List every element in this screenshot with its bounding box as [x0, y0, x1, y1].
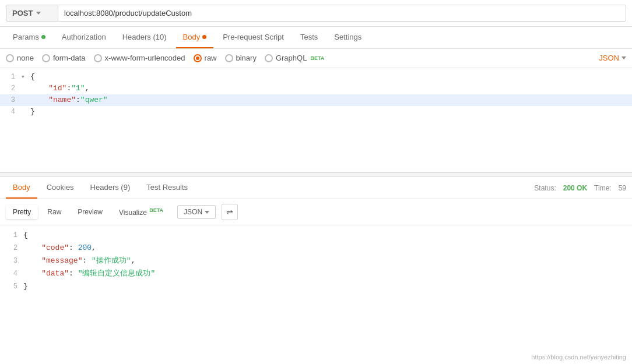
resp-line-number: 3 [0, 255, 23, 267]
radio-raw [194, 54, 202, 62]
resp-tab-headers[interactable]: Headers (9) [83, 177, 138, 199]
response-status-info: Status: 200 OK Time: 59 [534, 184, 626, 192]
time-value: 59 [619, 184, 626, 192]
request-tabs: Params Authorization Headers (10) Body P… [0, 27, 632, 49]
tab-body[interactable]: Body [176, 27, 214, 48]
tab-pre-request[interactable]: Pre-request Script [216, 27, 291, 48]
json-dropdown-chevron [622, 56, 626, 59]
view-raw-button[interactable]: Raw [40, 205, 68, 219]
view-pretty-button[interactable]: Pretty [6, 205, 38, 219]
json-type-dropdown[interactable]: JSON [599, 54, 626, 62]
request-body-editor[interactable]: 1▾{2 "id":"1",3 "name":"qwer"4} [0, 68, 632, 172]
resp-code-line: 2 "code": 200, [0, 242, 632, 255]
body-dot [202, 35, 206, 39]
resp-tab-body[interactable]: Body [6, 177, 37, 199]
tests-label: Tests [300, 33, 318, 41]
resp-body-label: Body [13, 183, 30, 192]
resp-line-content: "code": 200, [23, 242, 96, 255]
headers-label: Headers (10) [122, 33, 167, 41]
none-label: none [17, 54, 34, 62]
response-view-bar: Pretty Raw Preview Visualize BETA JSON ⇌ [0, 199, 632, 225]
settings-label: Settings [334, 33, 361, 41]
resp-code-line: 5} [0, 280, 632, 293]
line-number: 1 [0, 71, 21, 83]
section-divider [0, 172, 632, 177]
body-type-none[interactable]: none [6, 54, 34, 62]
resp-line-number: 4 [0, 267, 23, 280]
line-content: } [30, 106, 35, 118]
resp-cookies-label: Cookies [47, 183, 74, 192]
resp-line-content: "data": "编辑自定义信息成功" [23, 267, 155, 280]
view-preview-button[interactable]: Preview [71, 205, 110, 219]
body-type-urlencoded[interactable]: x-www-form-urlencoded [94, 54, 185, 62]
radio-binary [225, 54, 233, 62]
urlencoded-label: x-www-form-urlencoded [105, 54, 185, 62]
status-value: 200 OK [563, 184, 587, 192]
tab-authorization[interactable]: Authorization [55, 27, 113, 48]
params-label: Params [13, 33, 39, 41]
time-label: Time: [594, 184, 612, 192]
code-line: 1▾{ [0, 71, 632, 83]
body-type-graphql[interactable]: GraphQL BETA [265, 54, 324, 62]
line-number: 4 [0, 106, 21, 118]
resp-code-line: 1{ [0, 229, 632, 242]
response-header: Body Cookies Headers (9) Test Results St… [0, 177, 632, 199]
line-toggle [21, 83, 30, 94]
tab-tests[interactable]: Tests [293, 27, 325, 48]
line-toggle [21, 106, 30, 118]
resp-headers-label: Headers (9) [90, 183, 131, 192]
code-line: 4} [0, 106, 632, 118]
method-select[interactable]: POST [6, 5, 58, 22]
body-label: Body [183, 33, 201, 41]
wrap-icon[interactable]: ⇌ [222, 204, 238, 220]
line-toggle[interactable]: ▾ [21, 71, 30, 83]
body-type-form-data[interactable]: form-data [42, 54, 86, 62]
binary-label: binary [236, 54, 257, 62]
resp-json-chevron [205, 211, 209, 214]
line-number: 2 [0, 83, 21, 94]
line-number: 3 [0, 94, 21, 106]
radio-form-data [42, 54, 50, 62]
resp-test-results-label: Test Results [146, 183, 188, 192]
raw-label: raw [205, 54, 217, 62]
graphql-label: GraphQL [276, 54, 307, 62]
resp-code-line: 4 "data": "编辑自定义信息成功" [0, 267, 632, 280]
app-container: POST Params Authorization Headers (10) B… [0, 0, 632, 364]
watermark: https://blog.csdn.net/yanyezhiting [531, 354, 626, 361]
resp-code-line: 3 "message": "操作成功", [0, 255, 632, 267]
body-type-raw[interactable]: raw [194, 54, 217, 62]
radio-urlencoded [94, 54, 102, 62]
resp-tab-test-results[interactable]: Test Results [139, 177, 195, 199]
resp-json-label: JSON [184, 208, 202, 216]
visualize-beta-badge: BETA [149, 207, 163, 213]
radio-none [6, 54, 14, 62]
resp-line-content: "message": "操作成功", [23, 255, 135, 267]
status-label: Status: [534, 184, 556, 192]
form-data-label: form-data [53, 54, 86, 62]
view-visualize-button[interactable]: Visualize BETA [112, 204, 170, 220]
wrap-icon-symbol: ⇌ [226, 207, 233, 217]
response-body-viewer: 1{2 "code": 200,3 "message": "操作成功",4 "d… [0, 225, 632, 307]
authorization-label: Authorization [62, 33, 106, 41]
resp-line-content: } [23, 280, 28, 293]
radio-graphql [265, 54, 273, 62]
json-dropdown-label: JSON [599, 54, 619, 62]
resp-json-dropdown[interactable]: JSON [177, 205, 216, 219]
url-input[interactable] [58, 5, 626, 22]
body-type-binary[interactable]: binary [225, 54, 257, 62]
code-line: 2 "id":"1", [0, 83, 632, 94]
tab-settings[interactable]: Settings [327, 27, 368, 48]
resp-tab-cookies[interactable]: Cookies [40, 177, 81, 199]
body-type-selector: none form-data x-www-form-urlencoded raw… [0, 49, 632, 68]
resp-line-number: 5 [0, 280, 23, 293]
resp-line-content: { [23, 229, 28, 242]
tab-params[interactable]: Params [6, 27, 52, 48]
params-dot [41, 35, 45, 39]
url-bar: POST [0, 0, 632, 27]
chevron-down-icon [36, 12, 41, 15]
line-toggle [21, 94, 30, 106]
line-content: "name":"qwer" [30, 94, 108, 106]
tab-headers[interactable]: Headers (10) [115, 27, 174, 48]
pre-request-label: Pre-request Script [223, 33, 284, 41]
resp-line-number: 2 [0, 242, 23, 255]
